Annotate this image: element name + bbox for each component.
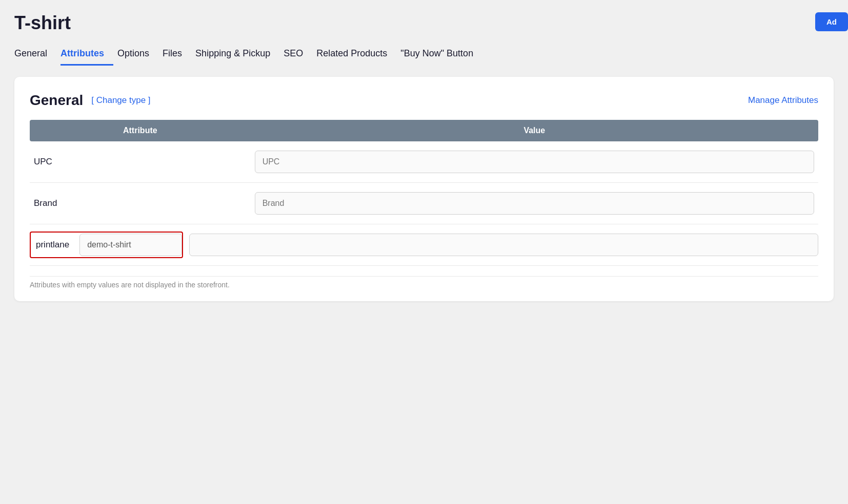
upc-row: UPC bbox=[30, 141, 818, 183]
tab-shipping[interactable]: Shipping & Pickup bbox=[195, 43, 279, 66]
upc-value-cell bbox=[251, 141, 818, 183]
tab-general[interactable]: General bbox=[14, 43, 56, 66]
brand-label: Brand bbox=[30, 183, 251, 224]
footer-note: Attributes with empty values are not dis… bbox=[30, 276, 818, 289]
tab-seo[interactable]: SEO bbox=[284, 43, 312, 66]
upc-input[interactable] bbox=[255, 151, 814, 173]
brand-value-cell bbox=[251, 183, 818, 224]
tabs-nav: General Attributes Options Files Shippin… bbox=[14, 43, 834, 66]
printlane-input-highlighted[interactable] bbox=[79, 234, 182, 256]
brand-input[interactable] bbox=[255, 192, 814, 215]
col-attribute: Attribute bbox=[30, 120, 251, 141]
card-title-row: General [ Change type ] bbox=[30, 92, 151, 109]
attributes-card: General [ Change type ] Manage Attribute… bbox=[14, 77, 834, 301]
tab-files[interactable]: Files bbox=[163, 43, 191, 66]
printlane-input-extra[interactable] bbox=[189, 234, 818, 256]
col-value: Value bbox=[251, 120, 818, 141]
brand-row: Brand bbox=[30, 183, 818, 224]
tab-buynow[interactable]: "Buy Now" Button bbox=[400, 43, 482, 66]
table-header-row: Attribute Value bbox=[30, 120, 818, 141]
page-title: T-shirt bbox=[14, 12, 71, 34]
manage-attributes-link[interactable]: Manage Attributes bbox=[748, 95, 818, 106]
card-header: General [ Change type ] Manage Attribute… bbox=[30, 92, 818, 109]
add-button[interactable]: Ad bbox=[815, 12, 848, 31]
attributes-table: Attribute Value UPC Brand bbox=[30, 120, 818, 266]
tab-related[interactable]: Related Products bbox=[316, 43, 396, 66]
card-title: General bbox=[30, 92, 83, 109]
printlane-label: printlane bbox=[31, 233, 79, 257]
tab-attributes[interactable]: Attributes bbox=[60, 43, 113, 66]
printlane-row: printlane bbox=[30, 224, 818, 266]
tab-options[interactable]: Options bbox=[117, 43, 158, 66]
change-type-link[interactable]: [ Change type ] bbox=[91, 95, 150, 106]
upc-label: UPC bbox=[30, 141, 251, 183]
